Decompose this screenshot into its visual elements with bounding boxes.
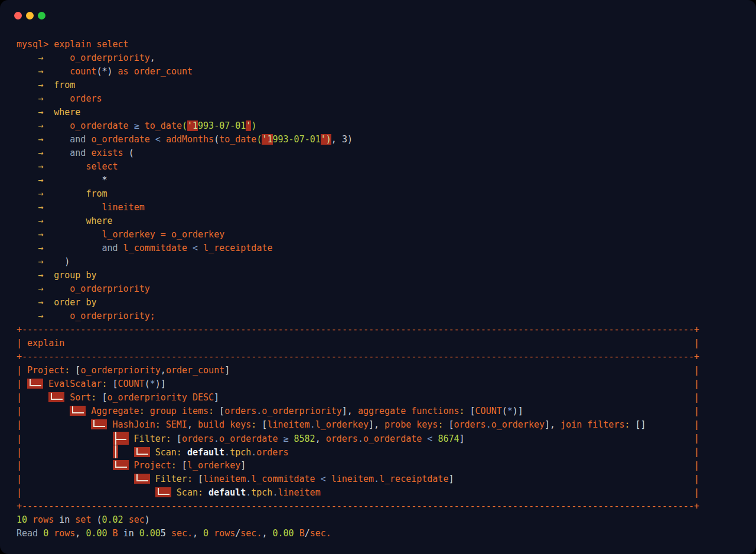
code-segment: → [38, 80, 43, 90]
code-segment: → [38, 175, 43, 185]
code-segment [17, 202, 38, 213]
code-segment [17, 270, 38, 281]
tree-branch-icon [113, 432, 129, 445]
code-segment: ) [251, 120, 256, 131]
code-segment: | [17, 447, 27, 458]
code-segment: Filter: [134, 434, 171, 444]
code-segment [43, 229, 102, 240]
code-segment: < [150, 134, 166, 145]
code-segment: | [17, 460, 27, 471]
code-segment: ( [214, 134, 219, 145]
code-segment: l_receiptdate [379, 474, 448, 484]
code-segment: l_commitdate [251, 474, 315, 484]
code-segment: 5 [161, 528, 166, 539]
terminal-line: → ) [17, 255, 713, 269]
terminal-line: +---------------------------------------… [17, 350, 713, 364]
code-segment: [] [630, 419, 646, 430]
code-segment: as order_count [113, 66, 193, 77]
code-segment [43, 188, 86, 199]
code-segment [27, 392, 48, 403]
terminal-line: +---------------------------------------… [17, 500, 713, 513]
code-segment: o_orderdate [86, 134, 149, 145]
code-segment: orders [454, 419, 485, 430]
code-segment [17, 216, 38, 226]
code-segment: 0.00 [267, 528, 294, 539]
code-segment [43, 311, 70, 321]
terminal-line: → and exists ( [17, 146, 713, 160]
code-segment [43, 270, 54, 281]
code-segment: * [43, 175, 107, 185]
code-segment [17, 297, 38, 308]
code-segment: Project [27, 365, 64, 376]
minimize-button[interactable] [26, 12, 34, 19]
code-segment: → [38, 188, 43, 199]
code-segment [129, 460, 134, 471]
terminal-line: → where [17, 214, 713, 228]
code-segment: sec [123, 514, 145, 525]
table-right-pipe: | [694, 472, 699, 486]
code-segment: in [118, 528, 134, 539]
code-segment: ] [224, 365, 230, 376]
code-segment [17, 134, 38, 145]
tree-branch-icon [134, 447, 150, 457]
code-segment: group items [145, 406, 208, 416]
code-segment: < [187, 243, 203, 253]
code-segment: to_date [145, 120, 182, 131]
code-segment: : [624, 419, 630, 430]
code-segment: / [305, 528, 310, 539]
code-segment [17, 161, 38, 172]
zoom-button[interactable] [38, 12, 45, 19]
code-segment: , [161, 365, 166, 376]
code-segment: orders [256, 447, 288, 458]
tree-branch-icon [134, 474, 150, 484]
table-right-pipe: | [694, 391, 699, 405]
code-segment: | [17, 474, 27, 484]
code-segment: and [70, 134, 86, 145]
code-segment: 8674 [438, 434, 459, 444]
code-segment: sec. [310, 528, 331, 539]
close-button[interactable] [14, 12, 22, 19]
code-segment: . [358, 434, 363, 444]
table-right-pipe: | [694, 432, 699, 445]
code-segment: ], [342, 406, 353, 416]
code-segment: ] [448, 474, 454, 484]
terminal-line: Read 0 rows, 0.00 B in 0.005 sec., 0 row… [17, 527, 713, 540]
table-right-pipe: | [694, 459, 699, 472]
table-right-pipe: | [694, 445, 699, 459]
code-segment: → [38, 53, 43, 63]
code-segment: o_orderdate [219, 434, 278, 444]
code-segment: ( [123, 148, 134, 158]
tree-branch-icon [113, 460, 129, 470]
code-segment: group by [54, 270, 96, 281]
code-segment: 8582 [294, 434, 315, 444]
code-segment: ≥ [278, 434, 294, 444]
code-segment [118, 447, 134, 458]
code-segment [43, 93, 70, 104]
code-segment: sec. [166, 528, 193, 539]
code-segment: ] [214, 392, 219, 403]
code-segment: 993-07-01 [273, 134, 321, 145]
code-segment: ], [545, 419, 555, 430]
code-segment: → [38, 270, 43, 281]
table-right-pipe: | [694, 364, 699, 377]
code-segment: EvalScalar [48, 379, 102, 389]
code-segment: B [294, 528, 305, 539]
terminal-line: → and o_orderdate < addMonths(to_date('1… [17, 133, 713, 146]
code-segment: 0.00 [80, 528, 107, 539]
code-segment: [ [107, 379, 118, 389]
terminal-line: → o_orderdate ≥ to_date('1993-07-01') [17, 119, 713, 133]
code-segment: → [38, 107, 43, 118]
table-right-pipe: | [694, 486, 699, 500]
terminal-line: | Scan: default.tpch.lineitem| [17, 486, 713, 500]
code-segment: , [187, 419, 193, 430]
code-segment [64, 392, 70, 403]
table-right-pipe: | [694, 405, 699, 418]
code-segment [43, 148, 70, 158]
terminal-line: → l_orderkey = o_orderkey [17, 228, 713, 242]
code-segment [17, 93, 38, 104]
code-segment: +---------------------------------------… [17, 324, 699, 335]
terminal-line: → group by [17, 269, 713, 282]
code-segment: ( [145, 379, 150, 389]
code-segment: o_orderpriority; [70, 311, 155, 321]
code-segment: default [187, 447, 224, 458]
